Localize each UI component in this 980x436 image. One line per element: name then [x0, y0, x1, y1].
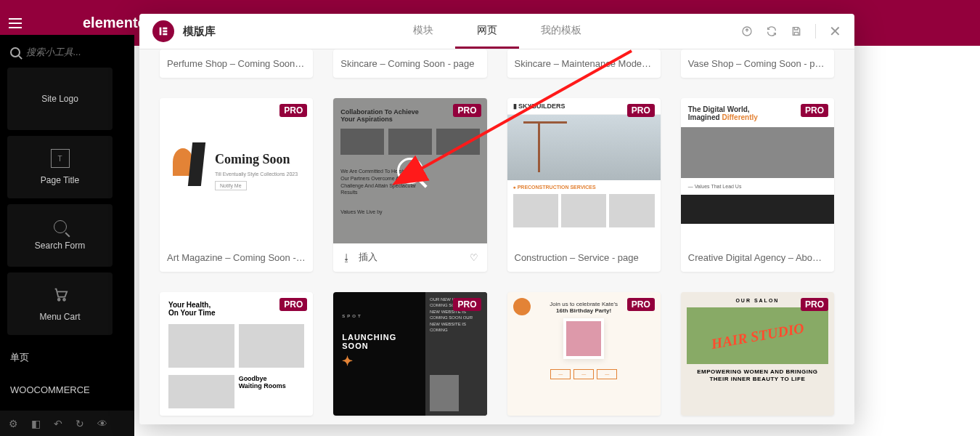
- history-icon[interactable]: ↻: [75, 418, 84, 429]
- settings-icon[interactable]: ⚙: [9, 418, 18, 429]
- pro-badge: PRO: [801, 298, 828, 311]
- template-card[interactable]: Vase Shop – Coming Soon - pa...: [681, 49, 834, 78]
- template-card-birthday[interactable]: PRO Join us to celebrate Kate's 16th Bir…: [507, 292, 661, 416]
- editor-footer: ⚙ ◧ ↶ ↻ 👁: [0, 411, 134, 436]
- thumbnail: The Digital World, Imagined Differently …: [681, 98, 834, 243]
- widget-menu-cart[interactable]: Menu Cart: [7, 272, 113, 335]
- pro-badge: PRO: [453, 298, 481, 311]
- tab-my-templates[interactable]: 我的模板: [519, 14, 603, 49]
- page-title-icon: T: [51, 149, 70, 168]
- sidebar-cat-single[interactable]: 单页: [7, 341, 127, 374]
- divider: [815, 24, 816, 39]
- svg-rect-3: [163, 28, 167, 30]
- template-title: Construction – Service - page: [507, 243, 661, 272]
- template-card[interactable]: Skincare – Coming Soon - page: [333, 49, 486, 78]
- template-card[interactable]: Skincare – Maintenance Mode -...: [507, 49, 661, 78]
- widget-site-logo[interactable]: Site Logo: [7, 68, 113, 130]
- widget-search-form[interactable]: Search Form: [7, 204, 113, 267]
- import-icon[interactable]: [741, 25, 753, 37]
- magnify-icon: [397, 158, 423, 184]
- template-card[interactable]: Perfume Shop – Coming Soon -...: [160, 49, 313, 78]
- modal-header: 模版库 模块 网页 我的模板 ✕: [139, 14, 854, 49]
- template-title: Perfume Shop – Coming Soon -...: [160, 49, 313, 78]
- preview-overlay[interactable]: [333, 98, 486, 243]
- svg-point-1: [63, 298, 65, 300]
- pro-badge: PRO: [453, 104, 481, 117]
- svg-rect-2: [160, 28, 162, 36]
- template-card-health[interactable]: PRO Your Health, On Your Time Goodbye Wa…: [160, 292, 313, 416]
- svg-rect-5: [163, 33, 167, 36]
- template-card-salon[interactable]: PRO OUR SALON HAIR STUDIO EMPOWERING WOM…: [681, 292, 834, 416]
- save-icon[interactable]: [791, 25, 802, 37]
- pro-badge: PRO: [801, 104, 828, 117]
- thumbnail: ▮ SKYBUILDERS ● PRECONSTRUCTION SERVICES: [507, 98, 661, 243]
- template-title: Skincare – Maintenance Mode -...: [507, 49, 661, 78]
- elementor-logo-icon: [152, 20, 174, 42]
- tab-pages[interactable]: 网页: [455, 14, 519, 49]
- template-title: Art Magazine – Coming Soon - ...: [160, 243, 313, 272]
- template-card-art-magazine[interactable]: PRO Coming Soon Till Eventually Style Co…: [160, 98, 313, 272]
- template-card-digital-agency[interactable]: PRO The Digital World, Imagined Differen…: [681, 98, 834, 272]
- template-library-modal: 模版库 模块 网页 我的模板 ✕ Perfume Shop – Coming S…: [139, 14, 854, 424]
- pro-badge: PRO: [279, 104, 307, 117]
- template-card-launching[interactable]: PRO SPOT LAUNCHING SOON ✦ OUR NEW WEBSIT…: [333, 292, 486, 416]
- undo-icon[interactable]: ↶: [54, 418, 62, 429]
- close-icon[interactable]: ✕: [829, 23, 841, 40]
- pro-badge: PRO: [279, 298, 307, 311]
- template-card-construction[interactable]: PRO ▮ SKYBUILDERS ● PRECONSTRUCTION SERV…: [507, 98, 661, 272]
- widgets-sidebar: Site Logo T Page Title Search Form Menu …: [0, 35, 134, 436]
- sidebar-cat-woo[interactable]: WOOCOMMERCE: [7, 374, 127, 405]
- widget-search[interactable]: [7, 42, 127, 62]
- favorite-icon[interactable]: ♡: [470, 252, 478, 263]
- page-title-label: Page Title: [41, 175, 79, 185]
- hamburger-menu-icon[interactable]: [9, 15, 26, 32]
- search-form-icon: [54, 220, 67, 233]
- widget-page-title[interactable]: T Page Title: [7, 136, 113, 198]
- cart-icon: [51, 286, 70, 304]
- refresh-icon[interactable]: [766, 25, 777, 37]
- svg-point-0: [57, 298, 60, 300]
- layers-icon[interactable]: ◧: [31, 418, 41, 429]
- modal-title: 模版库: [183, 25, 216, 39]
- search-form-label: Search Form: [35, 241, 85, 251]
- modal-body[interactable]: Perfume Shop – Coming Soon -... Skincare…: [139, 49, 854, 424]
- menu-cart-label: Menu Cart: [39, 312, 80, 322]
- template-title: Vase Shop – Coming Soon - pa...: [681, 49, 834, 78]
- template-title: Creative Digital Agency – About...: [681, 243, 834, 272]
- preview-icon[interactable]: 👁: [97, 418, 107, 429]
- site-logo-label: Site Logo: [41, 94, 78, 104]
- template-card-hovered[interactable]: PRO Collaboration To Achieve Your Aspira…: [333, 98, 486, 272]
- pro-badge: PRO: [627, 104, 655, 117]
- template-title: Skincare – Coming Soon - page: [333, 49, 486, 78]
- thumbnail: Coming Soon Till Eventually Style Collec…: [160, 98, 313, 243]
- svg-rect-4: [163, 31, 167, 33]
- tab-blocks[interactable]: 模块: [391, 14, 455, 49]
- pro-badge: PRO: [627, 298, 655, 311]
- download-icon[interactable]: ⭳: [342, 252, 351, 263]
- search-icon: [10, 47, 20, 57]
- search-input[interactable]: [26, 47, 113, 57]
- insert-button[interactable]: 插入: [359, 251, 377, 264]
